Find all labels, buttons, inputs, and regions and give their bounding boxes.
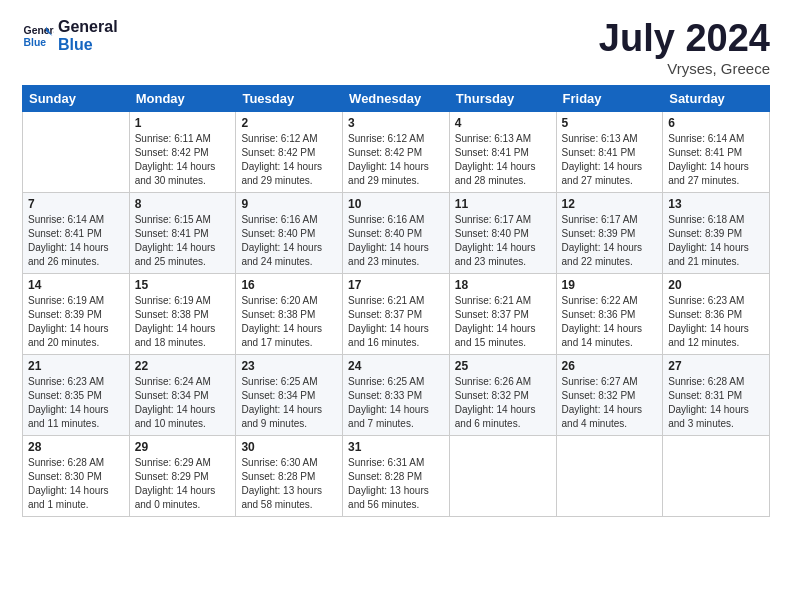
week-row-1: 1Sunrise: 6:11 AM Sunset: 8:42 PM Daylig…: [23, 111, 770, 192]
svg-text:General: General: [24, 26, 54, 37]
day-number: 9: [241, 197, 337, 211]
calendar-cell: 31Sunrise: 6:31 AM Sunset: 8:28 PM Dayli…: [343, 435, 450, 516]
day-number: 25: [455, 359, 551, 373]
calendar-cell: 11Sunrise: 6:17 AM Sunset: 8:40 PM Dayli…: [449, 192, 556, 273]
day-number: 4: [455, 116, 551, 130]
day-number: 28: [28, 440, 124, 454]
calendar-cell: 1Sunrise: 6:11 AM Sunset: 8:42 PM Daylig…: [129, 111, 236, 192]
calendar-cell: 10Sunrise: 6:16 AM Sunset: 8:40 PM Dayli…: [343, 192, 450, 273]
col-header-wednesday: Wednesday: [343, 85, 450, 111]
calendar-cell: 14Sunrise: 6:19 AM Sunset: 8:39 PM Dayli…: [23, 273, 130, 354]
page: General Blue General Blue July 2024 Vrys…: [0, 0, 792, 527]
day-number: 18: [455, 278, 551, 292]
calendar-cell: [449, 435, 556, 516]
calendar-cell: 23Sunrise: 6:25 AM Sunset: 8:34 PM Dayli…: [236, 354, 343, 435]
calendar-cell: 6Sunrise: 6:14 AM Sunset: 8:41 PM Daylig…: [663, 111, 770, 192]
cell-content: Sunrise: 6:27 AM Sunset: 8:32 PM Dayligh…: [562, 375, 658, 431]
cell-content: Sunrise: 6:30 AM Sunset: 8:28 PM Dayligh…: [241, 456, 337, 512]
calendar-cell: 5Sunrise: 6:13 AM Sunset: 8:41 PM Daylig…: [556, 111, 663, 192]
title-block: July 2024 Vryses, Greece: [599, 18, 770, 77]
day-number: 20: [668, 278, 764, 292]
calendar-cell: 16Sunrise: 6:20 AM Sunset: 8:38 PM Dayli…: [236, 273, 343, 354]
header-row: SundayMondayTuesdayWednesdayThursdayFrid…: [23, 85, 770, 111]
header: General Blue General Blue July 2024 Vrys…: [22, 18, 770, 77]
cell-content: Sunrise: 6:28 AM Sunset: 8:31 PM Dayligh…: [668, 375, 764, 431]
day-number: 16: [241, 278, 337, 292]
cell-content: Sunrise: 6:29 AM Sunset: 8:29 PM Dayligh…: [135, 456, 231, 512]
cell-content: Sunrise: 6:28 AM Sunset: 8:30 PM Dayligh…: [28, 456, 124, 512]
day-number: 22: [135, 359, 231, 373]
cell-content: Sunrise: 6:11 AM Sunset: 8:42 PM Dayligh…: [135, 132, 231, 188]
day-number: 27: [668, 359, 764, 373]
calendar-cell: 7Sunrise: 6:14 AM Sunset: 8:41 PM Daylig…: [23, 192, 130, 273]
col-header-saturday: Saturday: [663, 85, 770, 111]
day-number: 23: [241, 359, 337, 373]
calendar-cell: 4Sunrise: 6:13 AM Sunset: 8:41 PM Daylig…: [449, 111, 556, 192]
day-number: 5: [562, 116, 658, 130]
main-title: July 2024: [599, 18, 770, 60]
cell-content: Sunrise: 6:24 AM Sunset: 8:34 PM Dayligh…: [135, 375, 231, 431]
calendar-cell: 25Sunrise: 6:26 AM Sunset: 8:32 PM Dayli…: [449, 354, 556, 435]
week-row-3: 14Sunrise: 6:19 AM Sunset: 8:39 PM Dayli…: [23, 273, 770, 354]
day-number: 21: [28, 359, 124, 373]
calendar-cell: 24Sunrise: 6:25 AM Sunset: 8:33 PM Dayli…: [343, 354, 450, 435]
cell-content: Sunrise: 6:21 AM Sunset: 8:37 PM Dayligh…: [455, 294, 551, 350]
logo: General Blue General Blue: [22, 18, 118, 55]
calendar-cell: 13Sunrise: 6:18 AM Sunset: 8:39 PM Dayli…: [663, 192, 770, 273]
day-number: 31: [348, 440, 444, 454]
col-header-friday: Friday: [556, 85, 663, 111]
calendar-cell: 18Sunrise: 6:21 AM Sunset: 8:37 PM Dayli…: [449, 273, 556, 354]
calendar-cell: [556, 435, 663, 516]
cell-content: Sunrise: 6:18 AM Sunset: 8:39 PM Dayligh…: [668, 213, 764, 269]
calendar-cell: 28Sunrise: 6:28 AM Sunset: 8:30 PM Dayli…: [23, 435, 130, 516]
day-number: 15: [135, 278, 231, 292]
cell-content: Sunrise: 6:22 AM Sunset: 8:36 PM Dayligh…: [562, 294, 658, 350]
day-number: 6: [668, 116, 764, 130]
calendar-cell: [663, 435, 770, 516]
day-number: 7: [28, 197, 124, 211]
day-number: 29: [135, 440, 231, 454]
cell-content: Sunrise: 6:19 AM Sunset: 8:38 PM Dayligh…: [135, 294, 231, 350]
calendar-cell: 30Sunrise: 6:30 AM Sunset: 8:28 PM Dayli…: [236, 435, 343, 516]
cell-content: Sunrise: 6:14 AM Sunset: 8:41 PM Dayligh…: [28, 213, 124, 269]
day-number: 10: [348, 197, 444, 211]
svg-text:Blue: Blue: [24, 37, 47, 48]
subtitle: Vryses, Greece: [599, 60, 770, 77]
cell-content: Sunrise: 6:21 AM Sunset: 8:37 PM Dayligh…: [348, 294, 444, 350]
day-number: 26: [562, 359, 658, 373]
logo-general: General: [58, 18, 118, 36]
cell-content: Sunrise: 6:12 AM Sunset: 8:42 PM Dayligh…: [241, 132, 337, 188]
cell-content: Sunrise: 6:14 AM Sunset: 8:41 PM Dayligh…: [668, 132, 764, 188]
cell-content: Sunrise: 6:25 AM Sunset: 8:33 PM Dayligh…: [348, 375, 444, 431]
calendar-cell: 3Sunrise: 6:12 AM Sunset: 8:42 PM Daylig…: [343, 111, 450, 192]
logo-blue: Blue: [58, 36, 118, 54]
cell-content: Sunrise: 6:25 AM Sunset: 8:34 PM Dayligh…: [241, 375, 337, 431]
col-header-tuesday: Tuesday: [236, 85, 343, 111]
calendar-cell: 9Sunrise: 6:16 AM Sunset: 8:40 PM Daylig…: [236, 192, 343, 273]
cell-content: Sunrise: 6:13 AM Sunset: 8:41 PM Dayligh…: [455, 132, 551, 188]
cell-content: Sunrise: 6:26 AM Sunset: 8:32 PM Dayligh…: [455, 375, 551, 431]
day-number: 2: [241, 116, 337, 130]
week-row-2: 7Sunrise: 6:14 AM Sunset: 8:41 PM Daylig…: [23, 192, 770, 273]
cell-content: Sunrise: 6:17 AM Sunset: 8:39 PM Dayligh…: [562, 213, 658, 269]
calendar-cell: 22Sunrise: 6:24 AM Sunset: 8:34 PM Dayli…: [129, 354, 236, 435]
day-number: 11: [455, 197, 551, 211]
calendar-cell: 2Sunrise: 6:12 AM Sunset: 8:42 PM Daylig…: [236, 111, 343, 192]
calendar-cell: 26Sunrise: 6:27 AM Sunset: 8:32 PM Dayli…: [556, 354, 663, 435]
day-number: 17: [348, 278, 444, 292]
calendar-cell: 15Sunrise: 6:19 AM Sunset: 8:38 PM Dayli…: [129, 273, 236, 354]
cell-content: Sunrise: 6:23 AM Sunset: 8:35 PM Dayligh…: [28, 375, 124, 431]
day-number: 30: [241, 440, 337, 454]
calendar-cell: 20Sunrise: 6:23 AM Sunset: 8:36 PM Dayli…: [663, 273, 770, 354]
day-number: 19: [562, 278, 658, 292]
cell-content: Sunrise: 6:31 AM Sunset: 8:28 PM Dayligh…: [348, 456, 444, 512]
day-number: 3: [348, 116, 444, 130]
day-number: 14: [28, 278, 124, 292]
col-header-sunday: Sunday: [23, 85, 130, 111]
calendar-cell: 8Sunrise: 6:15 AM Sunset: 8:41 PM Daylig…: [129, 192, 236, 273]
cell-content: Sunrise: 6:15 AM Sunset: 8:41 PM Dayligh…: [135, 213, 231, 269]
cell-content: Sunrise: 6:13 AM Sunset: 8:41 PM Dayligh…: [562, 132, 658, 188]
cell-content: Sunrise: 6:12 AM Sunset: 8:42 PM Dayligh…: [348, 132, 444, 188]
calendar-cell: 27Sunrise: 6:28 AM Sunset: 8:31 PM Dayli…: [663, 354, 770, 435]
cell-content: Sunrise: 6:20 AM Sunset: 8:38 PM Dayligh…: [241, 294, 337, 350]
